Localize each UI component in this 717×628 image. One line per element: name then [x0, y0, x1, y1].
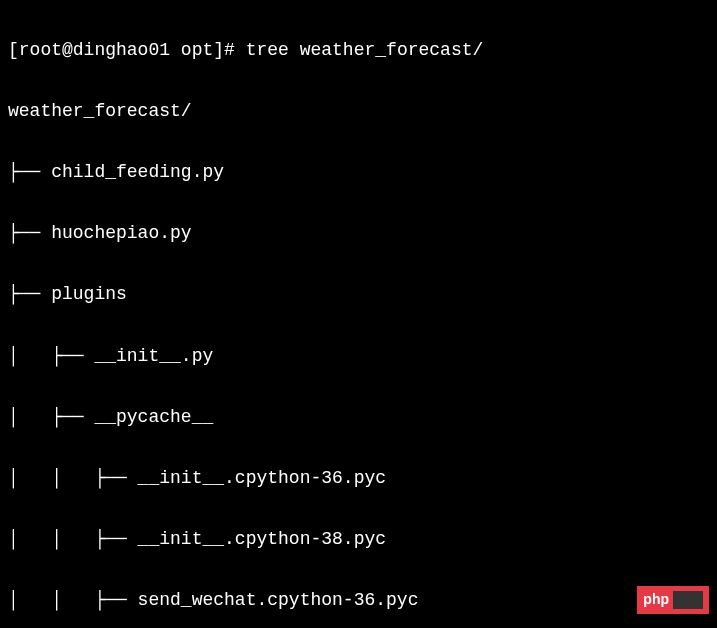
- watermark-text: php: [643, 588, 669, 612]
- command-text: tree weather_forecast/: [246, 40, 484, 60]
- tree-line: ├── huochepiao.py: [8, 218, 709, 249]
- watermark-badge: php: [637, 586, 709, 614]
- tree-line: │ ├── __pycache__: [8, 402, 709, 433]
- tree-line: ├── child_feeding.py: [8, 157, 709, 188]
- tree-line: │ ├── __init__.py: [8, 341, 709, 372]
- shell-prompt[interactable]: [root@dinghao01 opt]#: [8, 40, 235, 60]
- terminal-output: [root@dinghao01 opt]# tree weather_forec…: [8, 4, 709, 628]
- tree-root: weather_forecast/: [8, 96, 709, 127]
- tree-line: ├── plugins: [8, 279, 709, 310]
- watermark-box: [673, 591, 703, 609]
- tree-line: │ │ ├── __init__.cpython-38.pyc: [8, 524, 709, 555]
- tree-line: │ │ ├── __init__.cpython-36.pyc: [8, 463, 709, 494]
- tree-line: │ │ ├── send_wechat.cpython-36.pyc: [8, 585, 709, 616]
